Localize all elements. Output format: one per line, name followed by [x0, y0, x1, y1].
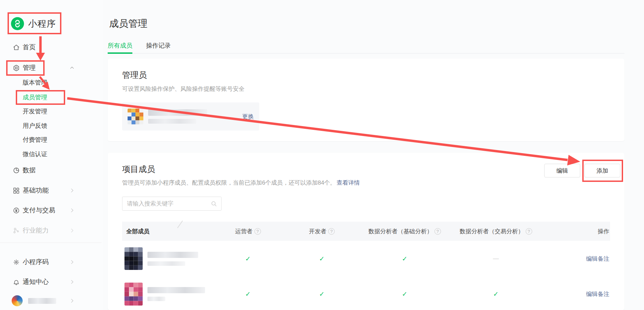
- sidebar-divider: [0, 243, 102, 243]
- admin-avatar: [128, 109, 143, 124]
- sidebar: 小程序 首页 管理 版本管理 成员管理 开发管理 用户反馈 付费管理: [0, 0, 103, 310]
- member-search-box: [122, 197, 222, 211]
- sidebar-item-label: 成员管理: [23, 93, 47, 101]
- help-icon[interactable]: ?: [434, 228, 441, 235]
- members-section-title: 项目成员: [122, 164, 610, 175]
- admin-section-title: 管理员: [122, 70, 610, 80]
- col-trade-label: 数据分析者（交易分析）: [460, 227, 524, 235]
- yen-circle-icon: [12, 207, 20, 214]
- sidebar-item-home[interactable]: 首页: [0, 40, 103, 54]
- change-admin-link[interactable]: 更换: [242, 113, 254, 121]
- sidebar-item-label: 首页: [23, 43, 36, 52]
- admin-card: 管理员 可设置风险操作保护、风险操作提醒等账号安全 更换: [108, 59, 624, 141]
- sidebar-item-label: 基础功能: [23, 186, 49, 195]
- sidebar-item-label: 数据: [23, 166, 36, 175]
- tab-operation-log[interactable]: 操作记录: [146, 38, 171, 53]
- chevron-right-icon[interactable]: [69, 187, 75, 194]
- admin-user-card: 更换: [122, 102, 259, 131]
- sidebar-item-basic[interactable]: 基础功能: [0, 184, 103, 197]
- apps-grid-icon: [12, 187, 20, 195]
- bell-icon: [12, 278, 20, 286]
- chevron-right-icon[interactable]: [69, 259, 75, 265]
- sidebar-item-label: 付费管理: [23, 136, 47, 144]
- developer-check: ✓: [285, 255, 359, 263]
- app-logo-label: 小程序: [28, 18, 56, 30]
- chevron-right-icon[interactable]: [69, 207, 75, 213]
- sidebar-item-account[interactable]: [0, 294, 103, 308]
- member-avatar: [124, 283, 143, 306]
- sidebar-item-label: 微信认证: [23, 150, 47, 158]
- edit-remark-link[interactable]: 编辑备注: [586, 291, 609, 297]
- chevron-right-icon[interactable]: [69, 298, 75, 304]
- sidebar-item-feedback[interactable]: 用户反馈: [0, 119, 103, 132]
- sidebar-item-manage[interactable]: 管理: [0, 61, 103, 75]
- sidebar-item-label: 行业能力: [23, 226, 49, 235]
- operator-check: ✓: [211, 290, 285, 298]
- col-all-members: 全部成员: [122, 227, 211, 235]
- members-section-desc: 管理员可添加小程序成员、配置成员权限，当前已添加6个成员，还可以添加84个。查看…: [122, 179, 610, 187]
- trade-analyst-check: ✓: [451, 290, 541, 298]
- col-basic-label: 数据分析者（基础分析）: [369, 227, 433, 235]
- help-icon[interactable]: ?: [254, 228, 261, 235]
- search-icon: [210, 200, 218, 208]
- project-members-card: 项目成员 管理员可添加小程序成员、配置成员权限，当前已添加6个成员，还可以添加8…: [108, 153, 624, 310]
- sidebar-item-dev[interactable]: 开发管理: [0, 105, 103, 118]
- miniprogram-code-icon: [12, 258, 20, 266]
- sidebar-item-pay[interactable]: 付费管理: [0, 133, 103, 146]
- member-avatar: [124, 247, 143, 270]
- account-name-redacted: [28, 298, 56, 304]
- sidebar-item-label: 版本管理: [23, 78, 47, 87]
- tab-bar: 所有成员 操作记录: [108, 38, 624, 53]
- members-desc-text: 管理员可添加小程序成员、配置成员权限，当前已添加6个成员，还可以添加84个。: [122, 179, 336, 186]
- edit-button[interactable]: 编辑: [544, 164, 580, 177]
- col-developer-label: 开发者: [309, 227, 326, 235]
- sidebar-item-label: 管理: [23, 63, 36, 72]
- pie-chart-icon: [12, 166, 20, 174]
- col-basic-analyst: 数据分析者（基础分析） ?: [359, 227, 451, 235]
- sidebar-item-industry[interactable]: 行业能力: [0, 224, 103, 237]
- operator-check: ✓: [211, 255, 285, 263]
- view-details-link[interactable]: 查看详情: [336, 179, 360, 186]
- col-operator-label: 运营者: [235, 227, 253, 235]
- col-action: 操作: [541, 227, 610, 235]
- app-logo[interactable]: 小程序: [11, 17, 56, 30]
- chevron-right-icon[interactable]: [69, 279, 75, 285]
- miniprogram-logo-icon: [11, 17, 24, 30]
- account-logo: [12, 295, 23, 306]
- sidebar-item-notice[interactable]: 通知中心: [0, 275, 103, 289]
- add-button[interactable]: 添加: [584, 164, 620, 177]
- sidebar-item-version[interactable]: 版本管理: [0, 76, 103, 89]
- basic-analyst-check: ✓: [359, 290, 451, 298]
- sidebar-item-label: 开发管理: [23, 107, 47, 115]
- chevron-right-icon[interactable]: [69, 227, 75, 234]
- member-row[interactable]: ✓ ✓ ✓ ✓ 编辑备注: [122, 276, 610, 310]
- sidebar-item-data[interactable]: 数据: [0, 163, 103, 177]
- sidebar-item-label: 小程序码: [23, 258, 49, 266]
- tab-all-members[interactable]: 所有成员: [108, 38, 132, 53]
- member-name-redacted: [147, 287, 205, 301]
- sidebar-item-verify[interactable]: 微信认证: [0, 148, 103, 161]
- sidebar-item-payment[interactable]: 支付与交易: [0, 203, 103, 217]
- sidebar-item-member[interactable]: 成员管理: [0, 91, 103, 104]
- member-row[interactable]: ✓ ✓ ✓ — 编辑备注: [122, 241, 610, 276]
- basic-analyst-check: ✓: [359, 255, 451, 263]
- col-trade-analyst: 数据分析者（交易分析） ?: [451, 227, 541, 235]
- sidebar-item-minicode[interactable]: 小程序码: [0, 255, 103, 269]
- sidebar-item-label: 支付与交易: [23, 206, 55, 215]
- help-icon[interactable]: ?: [328, 228, 335, 235]
- members-table-header: 全部成员 运营者 ? 开发者 ? 数据分析者（基础分析） ? 数据分析者（交易分…: [122, 222, 610, 241]
- admin-name-redacted: [148, 109, 207, 124]
- edit-remark-link[interactable]: 编辑备注: [586, 256, 609, 262]
- developer-check: ✓: [285, 290, 359, 298]
- home-icon: [12, 44, 20, 51]
- chevron-up-icon[interactable]: [69, 65, 75, 71]
- col-operator: 运营者 ?: [211, 227, 285, 235]
- help-icon[interactable]: ?: [526, 228, 532, 235]
- member-name-redacted: [147, 252, 198, 266]
- admin-section-subtitle: 可设置风险操作保护、风险操作提醒等账号安全: [122, 85, 610, 93]
- molecule-icon: [12, 227, 20, 235]
- search-input[interactable]: [127, 200, 209, 207]
- trade-analyst-none: —: [451, 255, 541, 262]
- manage-gear-icon: [12, 64, 20, 72]
- col-developer: 开发者 ?: [285, 227, 359, 235]
